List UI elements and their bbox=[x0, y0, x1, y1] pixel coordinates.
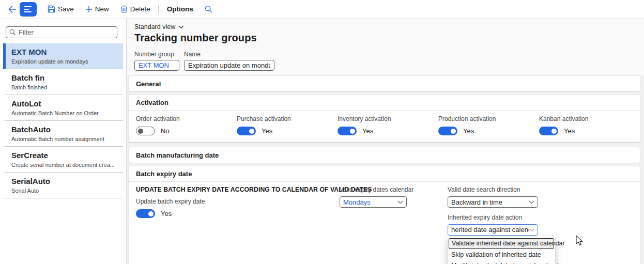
order-activation-toggle[interactable] bbox=[136, 127, 155, 135]
save-label: Save bbox=[58, 5, 74, 13]
record-list: EXT MON Expiration update on mondays Bat… bbox=[0, 43, 126, 198]
kanban-activation-toggle[interactable] bbox=[539, 127, 558, 135]
update-batch-expiry-value: Yes bbox=[161, 210, 172, 218]
list-item-ext-mon[interactable]: EXT MON Expiration update on mondays bbox=[3, 43, 123, 69]
section-batch-manufacturing-header[interactable]: Batch manufacturing date bbox=[129, 147, 640, 163]
section-general-header[interactable]: General bbox=[129, 76, 640, 91]
option-modify-inherited-date[interactable]: Modify inherited date to match calendar bbox=[448, 260, 555, 264]
filter-field[interactable] bbox=[6, 26, 117, 38]
name-input[interactable] bbox=[184, 60, 274, 71]
order-activation-label: Order activation bbox=[136, 115, 237, 122]
list-item-title: SerialAuto bbox=[11, 176, 120, 186]
inherited-expiry-action-options: Validate inherited date against calendar… bbox=[448, 237, 555, 264]
section-batch-manufacturing: Batch manufacturing date bbox=[128, 147, 640, 163]
search-icon bbox=[205, 5, 212, 13]
section-batch-expiry: Batch expiry date UPDATE BATCH EXPIRY DA… bbox=[128, 166, 640, 264]
option-validate-inherited-date[interactable]: Validate inherited date against calendar bbox=[449, 238, 554, 249]
view-selector-label: Standard view bbox=[134, 23, 175, 30]
sitemap-menu-button[interactable] bbox=[20, 2, 37, 17]
kanban-activation-value: Yes bbox=[564, 127, 575, 135]
section-general: General bbox=[128, 75, 640, 92]
save-button[interactable]: Save bbox=[42, 0, 80, 19]
delete-label: Delete bbox=[130, 5, 150, 13]
inventory-activation-toggle[interactable] bbox=[338, 127, 357, 135]
delete-button[interactable]: Delete bbox=[115, 0, 156, 19]
fasttab-sections: General Activation Order activation No P… bbox=[127, 75, 644, 264]
list-item-title: BatchAuto bbox=[11, 125, 120, 134]
chevron-down-icon bbox=[178, 25, 184, 29]
chevron-down-icon bbox=[529, 228, 534, 232]
filter-input[interactable] bbox=[19, 28, 114, 36]
name-label: Name bbox=[184, 51, 274, 58]
plus-icon bbox=[85, 6, 93, 13]
valid-date-search-direction-label: Valid date search direction bbox=[448, 186, 613, 193]
new-button[interactable]: New bbox=[80, 0, 115, 19]
purchase-activation-toggle[interactable] bbox=[237, 127, 256, 135]
production-activation-label: Production activation bbox=[438, 115, 539, 122]
list-item-subtitle: Serial Auto bbox=[11, 188, 120, 194]
inventory-activation-label: Inventory activation bbox=[338, 115, 438, 122]
list-item-subtitle: Batch finished bbox=[11, 84, 120, 90]
main-content: Standard view Tracking number groups Num… bbox=[127, 19, 644, 264]
list-item-batchauto[interactable]: BatchAuto Automatic Batch number assignm… bbox=[3, 121, 123, 147]
valid-expiry-calendar-label: Valid expiry dates calendar bbox=[340, 186, 448, 193]
valid-expiry-calendar-dropdown[interactable]: Mondays bbox=[340, 196, 407, 208]
list-item-title: AutoLot bbox=[11, 99, 120, 108]
number-group-label: Number group bbox=[134, 51, 179, 58]
chevron-down-icon bbox=[397, 200, 403, 204]
chevron-down-icon bbox=[529, 200, 534, 204]
inherited-expiry-action-value: herited date against calendar bbox=[451, 226, 529, 234]
kanban-activation-label: Kanban activation bbox=[539, 115, 640, 122]
list-item-batch-fin[interactable]: Batch fin Batch finished bbox=[3, 69, 123, 95]
valid-date-search-direction-dropdown[interactable]: Backward in time bbox=[448, 196, 538, 208]
inherited-expiry-action-label: Inherited expiry date action bbox=[448, 214, 613, 221]
section-batch-expiry-header[interactable]: Batch expiry date bbox=[129, 166, 640, 182]
section-activation: Activation Order activation No Purchase … bbox=[128, 95, 640, 143]
number-group-input[interactable] bbox=[134, 60, 179, 71]
list-item-autolot[interactable]: AutoLot Automatic Batch Number on Order bbox=[3, 95, 123, 121]
purchase-activation-value: Yes bbox=[262, 127, 272, 135]
option-skip-validation[interactable]: Skip validation of inherited date bbox=[448, 250, 555, 260]
order-activation-value: No bbox=[161, 127, 170, 135]
update-batch-expiry-toggle[interactable] bbox=[136, 209, 155, 218]
list-item-title: SerCreate bbox=[11, 150, 120, 160]
production-activation-toggle[interactable] bbox=[438, 127, 457, 135]
list-item-title: EXT MON bbox=[11, 47, 120, 57]
list-item-title: Batch fin bbox=[11, 73, 120, 83]
list-item-serialauto[interactable]: SerialAuto Serial Auto bbox=[3, 173, 123, 198]
back-arrow-icon bbox=[8, 5, 17, 13]
valid-expiry-calendar-value: Mondays bbox=[343, 198, 371, 206]
valid-date-search-direction-value: Backward in time bbox=[451, 198, 502, 206]
new-label: New bbox=[95, 5, 109, 13]
inherited-expiry-action-combobox[interactable]: herited date against calendar bbox=[448, 224, 538, 236]
purchase-activation-label: Purchase activation bbox=[237, 115, 338, 122]
list-item-subtitle: Automatic Batch Number on Order bbox=[11, 110, 120, 116]
header-fields: Number group Name bbox=[134, 51, 644, 71]
batch-expiry-content: UPDATE BATCH EXPIRY DATE ACCORDING TO CA… bbox=[129, 182, 640, 264]
options-menu-button[interactable]: Options bbox=[161, 5, 200, 13]
update-batch-expiry-label: Update batch expiry date bbox=[136, 198, 340, 205]
app-window: Save New Delete Options bbox=[0, 0, 644, 264]
trash-icon bbox=[120, 5, 128, 13]
save-icon bbox=[48, 5, 55, 13]
toolbar-separator bbox=[158, 5, 159, 14]
production-activation-value: Yes bbox=[463, 127, 474, 135]
list-item-subtitle: Automatic Batch number assignment bbox=[11, 136, 120, 142]
list-item-subtitle: Create serial number at document crea... bbox=[11, 162, 120, 168]
list-item-subtitle: Expiration update on mondays bbox=[11, 58, 120, 65]
search-button[interactable] bbox=[205, 5, 212, 13]
record-list-panel: EXT MON Expiration update on mondays Bat… bbox=[0, 19, 127, 264]
page-header: Standard view Tracking number groups Num… bbox=[127, 19, 644, 75]
list-item-sercreate[interactable]: SerCreate Create serial number at docume… bbox=[3, 147, 123, 173]
back-button[interactable] bbox=[6, 3, 18, 16]
activation-content: Order activation No Purchase activation … bbox=[129, 111, 640, 142]
filter-search-icon bbox=[9, 29, 16, 36]
update-expiry-group-heading: UPDATE BATCH EXPIRY DATE ACCORDING TO CA… bbox=[136, 186, 340, 193]
page-title: Tracking number groups bbox=[134, 32, 644, 44]
view-selector[interactable]: Standard view bbox=[134, 23, 184, 30]
menu-icon bbox=[24, 6, 32, 7]
section-activation-header[interactable]: Activation bbox=[129, 95, 640, 111]
command-bar: Save New Delete Options bbox=[0, 0, 644, 19]
inventory-activation-value: Yes bbox=[362, 127, 373, 135]
